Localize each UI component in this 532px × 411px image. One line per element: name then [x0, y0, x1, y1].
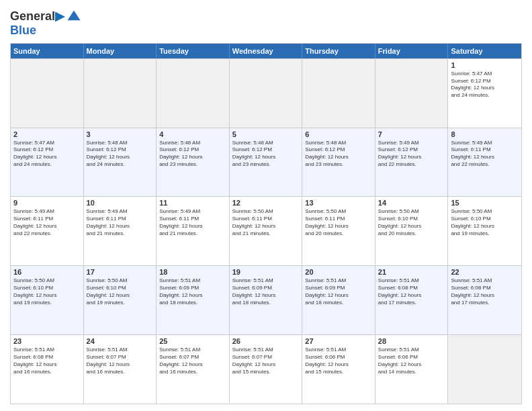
day-info: Sunrise: 5:49 AM Sunset: 6:11 PM Dayligh…: [159, 208, 226, 237]
calendar: SundayMondayTuesdayWednesdayThursdayFrid…: [10, 43, 522, 404]
day-cell-18: 18Sunrise: 5:51 AM Sunset: 6:09 PM Dayli…: [157, 266, 230, 334]
empty-cell: [230, 59, 303, 128]
day-cell-8: 8Sunrise: 5:49 AM Sunset: 6:11 PM Daylig…: [448, 128, 521, 197]
day-number: 16: [13, 268, 81, 276]
empty-cell: [84, 59, 157, 128]
day-cell-16: 16Sunrise: 5:50 AM Sunset: 6:10 PM Dayli…: [11, 266, 84, 334]
day-info: Sunrise: 5:51 AM Sunset: 6:08 PM Dayligh…: [13, 347, 81, 375]
day-info: Sunrise: 5:51 AM Sunset: 6:06 PM Dayligh…: [305, 347, 372, 375]
day-info: Sunrise: 5:51 AM Sunset: 6:09 PM Dayligh…: [305, 277, 372, 306]
day-info: Sunrise: 5:48 AM Sunset: 6:12 PM Dayligh…: [232, 140, 300, 169]
day-cell-26: 26Sunrise: 5:51 AM Sunset: 6:07 PM Dayli…: [230, 335, 303, 404]
day-info: Sunrise: 5:47 AM Sunset: 6:12 PM Dayligh…: [451, 71, 519, 99]
day-number: 27: [305, 337, 372, 345]
day-info: Sunrise: 5:51 AM Sunset: 6:07 PM Dayligh…: [159, 347, 226, 375]
day-number: 19: [232, 268, 300, 276]
logo-blue: Blue: [10, 24, 81, 38]
day-cell-25: 25Sunrise: 5:51 AM Sunset: 6:07 PM Dayli…: [157, 335, 230, 404]
day-info: Sunrise: 5:50 AM Sunset: 6:10 PM Dayligh…: [451, 208, 519, 237]
day-info: Sunrise: 5:48 AM Sunset: 6:12 PM Dayligh…: [305, 140, 372, 169]
calendar-row-1: 1Sunrise: 5:47 AM Sunset: 6:12 PM Daylig…: [11, 58, 521, 128]
day-cell-14: 14Sunrise: 5:50 AM Sunset: 6:10 PM Dayli…: [375, 197, 449, 265]
logo-text: General▶: [10, 10, 64, 24]
day-cell-5: 5Sunrise: 5:48 AM Sunset: 6:12 PM Daylig…: [230, 128, 303, 197]
day-cell-23: 23Sunrise: 5:51 AM Sunset: 6:08 PM Dayli…: [11, 335, 84, 404]
day-cell-24: 24Sunrise: 5:51 AM Sunset: 6:07 PM Dayli…: [84, 335, 157, 404]
day-number: 20: [305, 268, 372, 276]
empty-cell: [11, 59, 84, 128]
day-number: 9: [13, 199, 81, 207]
day-number: 11: [159, 199, 226, 207]
day-number: 26: [232, 337, 300, 345]
day-number: 18: [159, 268, 226, 276]
day-number: 4: [159, 130, 226, 138]
empty-cell: [302, 59, 375, 128]
day-number: 13: [305, 199, 372, 207]
day-cell-19: 19Sunrise: 5:51 AM Sunset: 6:09 PM Dayli…: [230, 266, 303, 334]
day-number: 28: [378, 337, 445, 345]
day-info: Sunrise: 5:51 AM Sunset: 6:08 PM Dayligh…: [451, 277, 519, 306]
day-info: Sunrise: 5:51 AM Sunset: 6:06 PM Dayligh…: [378, 347, 445, 375]
day-number: 15: [451, 199, 519, 207]
day-number: 24: [87, 337, 154, 345]
day-cell-13: 13Sunrise: 5:50 AM Sunset: 6:11 PM Dayli…: [302, 197, 375, 265]
day-number: 2: [13, 130, 81, 138]
day-cell-9: 9Sunrise: 5:49 AM Sunset: 6:11 PM Daylig…: [11, 197, 84, 265]
day-number: 17: [87, 268, 154, 276]
day-number: 6: [305, 130, 372, 138]
day-cell-27: 27Sunrise: 5:51 AM Sunset: 6:06 PM Dayli…: [302, 335, 375, 404]
day-info: Sunrise: 5:49 AM Sunset: 6:11 PM Dayligh…: [451, 140, 519, 169]
day-cell-17: 17Sunrise: 5:50 AM Sunset: 6:10 PM Dayli…: [84, 266, 157, 334]
day-cell-1: 1Sunrise: 5:47 AM Sunset: 6:12 PM Daylig…: [448, 59, 521, 128]
page: General▶ Blue SundayMondayTuesdayWednesd…: [0, 0, 532, 411]
day-number: 5: [232, 130, 300, 138]
day-cell-10: 10Sunrise: 5:49 AM Sunset: 6:11 PM Dayli…: [84, 197, 157, 265]
day-info: Sunrise: 5:48 AM Sunset: 6:12 PM Dayligh…: [159, 140, 226, 169]
logo: General▶ Blue: [10, 9, 81, 38]
calendar-row-5: 23Sunrise: 5:51 AM Sunset: 6:08 PM Dayli…: [11, 334, 521, 404]
day-info: Sunrise: 5:51 AM Sunset: 6:09 PM Dayligh…: [159, 277, 226, 306]
day-number: 3: [87, 130, 154, 138]
day-info: Sunrise: 5:50 AM Sunset: 6:10 PM Dayligh…: [13, 277, 81, 306]
header-cell-thursday: Thursday: [302, 44, 375, 58]
header-cell-wednesday: Wednesday: [230, 44, 303, 58]
calendar-header: SundayMondayTuesdayWednesdayThursdayFrid…: [11, 44, 521, 58]
day-info: Sunrise: 5:48 AM Sunset: 6:12 PM Dayligh…: [87, 140, 154, 169]
day-cell-11: 11Sunrise: 5:49 AM Sunset: 6:11 PM Dayli…: [157, 197, 230, 265]
calendar-row-3: 9Sunrise: 5:49 AM Sunset: 6:11 PM Daylig…: [11, 196, 521, 265]
day-info: Sunrise: 5:50 AM Sunset: 6:10 PM Dayligh…: [378, 208, 445, 237]
day-number: 25: [159, 337, 226, 345]
day-number: 22: [451, 268, 519, 276]
day-info: Sunrise: 5:50 AM Sunset: 6:10 PM Dayligh…: [87, 277, 154, 306]
header-cell-saturday: Saturday: [448, 44, 521, 58]
day-cell-2: 2Sunrise: 5:47 AM Sunset: 6:12 PM Daylig…: [11, 128, 84, 197]
day-number: 1: [451, 61, 519, 69]
empty-cell: [448, 335, 521, 404]
day-cell-12: 12Sunrise: 5:50 AM Sunset: 6:11 PM Dayli…: [230, 197, 303, 265]
day-cell-3: 3Sunrise: 5:48 AM Sunset: 6:12 PM Daylig…: [84, 128, 157, 197]
day-cell-22: 22Sunrise: 5:51 AM Sunset: 6:08 PM Dayli…: [448, 266, 521, 334]
day-info: Sunrise: 5:47 AM Sunset: 6:12 PM Dayligh…: [13, 140, 81, 169]
empty-cell: [375, 59, 449, 128]
day-info: Sunrise: 5:51 AM Sunset: 6:08 PM Dayligh…: [378, 277, 445, 306]
day-info: Sunrise: 5:51 AM Sunset: 6:07 PM Dayligh…: [87, 347, 154, 375]
day-number: 14: [378, 199, 445, 207]
day-info: Sunrise: 5:51 AM Sunset: 6:07 PM Dayligh…: [232, 347, 300, 375]
day-number: 23: [13, 337, 81, 345]
day-info: Sunrise: 5:51 AM Sunset: 6:09 PM Dayligh…: [232, 277, 300, 306]
day-cell-7: 7Sunrise: 5:49 AM Sunset: 6:12 PM Daylig…: [375, 128, 449, 197]
calendar-row-2: 2Sunrise: 5:47 AM Sunset: 6:12 PM Daylig…: [11, 128, 521, 197]
calendar-body: 1Sunrise: 5:47 AM Sunset: 6:12 PM Daylig…: [11, 58, 521, 404]
header-cell-friday: Friday: [375, 44, 449, 58]
header-cell-sunday: Sunday: [11, 44, 84, 58]
logo-icon: [66, 9, 81, 24]
header-cell-tuesday: Tuesday: [157, 44, 230, 58]
calendar-row-4: 16Sunrise: 5:50 AM Sunset: 6:10 PM Dayli…: [11, 265, 521, 334]
day-cell-28: 28Sunrise: 5:51 AM Sunset: 6:06 PM Dayli…: [375, 335, 449, 404]
day-number: 21: [378, 268, 445, 276]
day-number: 12: [232, 199, 300, 207]
day-info: Sunrise: 5:50 AM Sunset: 6:11 PM Dayligh…: [305, 208, 372, 237]
day-cell-21: 21Sunrise: 5:51 AM Sunset: 6:08 PM Dayli…: [375, 266, 449, 334]
day-cell-15: 15Sunrise: 5:50 AM Sunset: 6:10 PM Dayli…: [448, 197, 521, 265]
day-cell-4: 4Sunrise: 5:48 AM Sunset: 6:12 PM Daylig…: [157, 128, 230, 197]
